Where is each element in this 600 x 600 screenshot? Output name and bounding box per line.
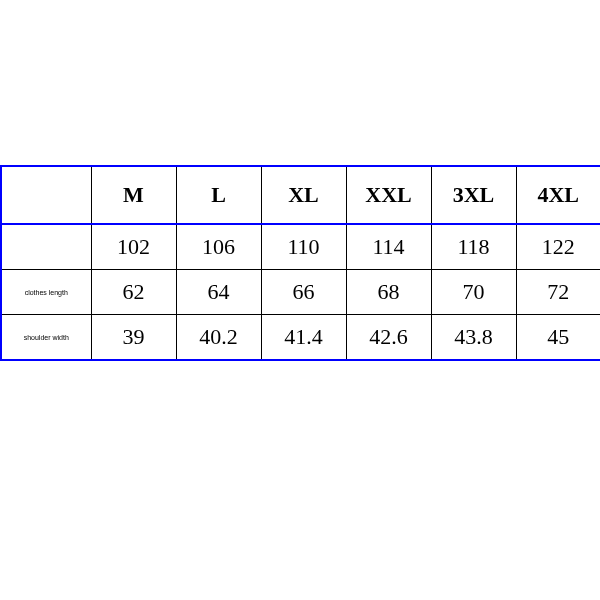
cell: 43.8 <box>431 315 516 361</box>
cell: 45 <box>516 315 600 361</box>
header-4xl: 4XL <box>516 166 600 224</box>
cell: 39 <box>91 315 176 361</box>
cell: 40.2 <box>176 315 261 361</box>
size-chart: M L XL XXL 3XL 4XL 102 106 110 114 118 1… <box>0 165 600 361</box>
row-label-clothes-length: clothes length <box>1 270 91 315</box>
cell: 102 <box>91 224 176 270</box>
header-l: L <box>176 166 261 224</box>
row-label-bust <box>1 224 91 270</box>
row-label-shoulder-width: shoulder width <box>1 315 91 361</box>
cell: 106 <box>176 224 261 270</box>
cell: 70 <box>431 270 516 315</box>
cell: 114 <box>346 224 431 270</box>
cell: 62 <box>91 270 176 315</box>
cell: 110 <box>261 224 346 270</box>
size-table: M L XL XXL 3XL 4XL 102 106 110 114 118 1… <box>0 165 600 361</box>
header-xl: XL <box>261 166 346 224</box>
header-3xl: 3XL <box>431 166 516 224</box>
header-m: M <box>91 166 176 224</box>
table-row: clothes length 62 64 66 68 70 72 <box>1 270 600 315</box>
cell: 66 <box>261 270 346 315</box>
cell: 41.4 <box>261 315 346 361</box>
cell: 72 <box>516 270 600 315</box>
header-row: M L XL XXL 3XL 4XL <box>1 166 600 224</box>
cell: 118 <box>431 224 516 270</box>
cell: 68 <box>346 270 431 315</box>
header-blank <box>1 166 91 224</box>
table-row: 102 106 110 114 118 122 <box>1 224 600 270</box>
cell: 42.6 <box>346 315 431 361</box>
cell: 122 <box>516 224 600 270</box>
header-xxl: XXL <box>346 166 431 224</box>
cell: 64 <box>176 270 261 315</box>
table-row: shoulder width 39 40.2 41.4 42.6 43.8 45 <box>1 315 600 361</box>
